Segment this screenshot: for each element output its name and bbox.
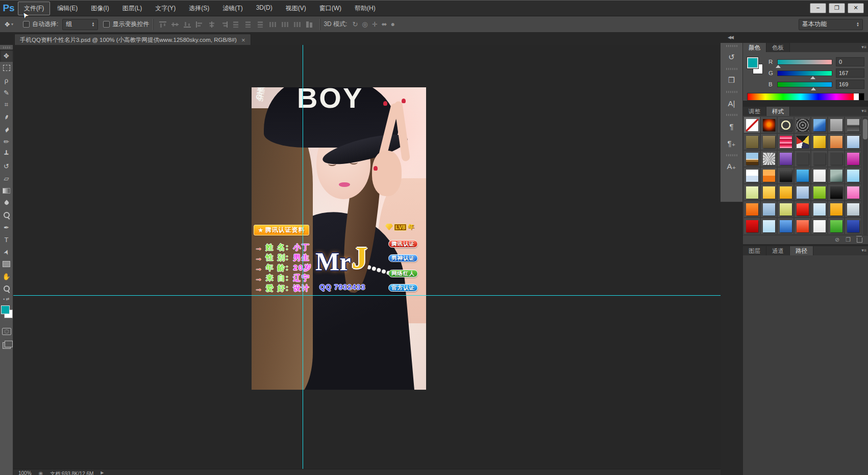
style-swatch-31[interactable] xyxy=(777,184,794,201)
channel-value-input[interactable]: 167 xyxy=(836,68,864,78)
style-swatch-25[interactable] xyxy=(794,167,811,184)
align-bottom-edges-icon[interactable] xyxy=(184,21,191,28)
panel-menu-icon[interactable]: ▾≡ xyxy=(861,44,866,50)
align-vertical-centers-icon[interactable] xyxy=(171,21,179,28)
character-panel-icon[interactable]: A| xyxy=(721,94,743,112)
style-swatch-26[interactable] xyxy=(811,167,828,184)
menu-window[interactable]: 窗口(W) xyxy=(313,2,348,15)
channel-slider-thumb[interactable] xyxy=(810,76,815,79)
black-swatch[interactable] xyxy=(859,93,864,100)
style-swatch-38[interactable] xyxy=(777,201,794,218)
style-swatch-29[interactable] xyxy=(743,184,760,201)
style-swatch-19[interactable] xyxy=(811,150,828,167)
style-swatch-9[interactable] xyxy=(760,133,777,150)
delete-style-icon[interactable] xyxy=(857,238,862,243)
menu-layer[interactable]: 图层(L) xyxy=(116,2,148,15)
align-top-edges-icon[interactable] xyxy=(159,21,166,28)
auto-select-checkbox[interactable] xyxy=(23,21,30,28)
workspace-switcher[interactable]: 基本功能 ▲▼ xyxy=(795,19,863,30)
hand-tool[interactable]: ✋ xyxy=(0,270,13,282)
style-swatch-47[interactable] xyxy=(811,218,828,234)
tab-paths[interactable]: 路径 xyxy=(790,246,813,255)
scrollbar-thumb[interactable] xyxy=(863,119,867,139)
dock-grip[interactable] xyxy=(726,45,737,47)
style-swatch-36[interactable] xyxy=(743,201,760,218)
tab-channels[interactable]: 通道 xyxy=(766,246,790,255)
distribute-horizontal-centers-icon[interactable] xyxy=(282,21,289,28)
align-left-edges-icon[interactable] xyxy=(196,21,203,28)
type-tool[interactable]: T xyxy=(0,233,13,246)
dock-grip[interactable] xyxy=(726,68,737,70)
style-swatch-23[interactable] xyxy=(760,167,777,184)
canvas-area[interactable]: OHSSHOSHIRT: BOY ★ xyxy=(13,45,721,475)
tab-styles[interactable]: 样式 xyxy=(766,107,790,116)
3d-rotate-icon[interactable]: ↻ xyxy=(352,20,358,28)
style-swatch-46[interactable] xyxy=(794,218,811,234)
rectangular-marquee-tool[interactable] xyxy=(0,62,13,74)
style-swatch-13[interactable] xyxy=(828,133,845,150)
style-swatch-21[interactable] xyxy=(845,150,861,167)
move-tool[interactable]: ✥ xyxy=(0,50,13,62)
rainbow-ramp[interactable] xyxy=(748,93,854,100)
tab-layers[interactable]: 图层 xyxy=(743,246,766,255)
style-swatch-16[interactable] xyxy=(760,150,777,167)
style-swatch-5[interactable] xyxy=(811,116,828,133)
style-swatch-32[interactable] xyxy=(794,184,811,201)
channel-slider-thumb[interactable] xyxy=(776,65,781,68)
style-swatch-15[interactable] xyxy=(743,150,760,167)
style-swatch-43[interactable] xyxy=(743,218,760,234)
style-swatch-18[interactable] xyxy=(794,150,811,167)
distribute-left-icon[interactable] xyxy=(269,21,277,28)
status-popup-arrow-icon[interactable]: ▶ xyxy=(101,470,104,475)
auto-align-layers-icon[interactable] xyxy=(306,21,313,28)
style-swatch-7[interactable] xyxy=(845,116,861,133)
gradient-tool[interactable] xyxy=(0,184,13,197)
eyedropper-tool[interactable]: ✒ xyxy=(0,111,13,123)
style-swatch-6[interactable] xyxy=(828,116,845,133)
foreground-color[interactable] xyxy=(1,305,10,314)
vertical-guide[interactable] xyxy=(303,45,303,475)
3d-drag-icon[interactable]: ✛ xyxy=(372,20,378,28)
menu-select[interactable]: 选择(S) xyxy=(183,2,215,15)
dodge-tool[interactable] xyxy=(0,209,13,221)
panel-menu-icon[interactable]: ▾≡ xyxy=(861,108,866,113)
quick-mask-button[interactable] xyxy=(2,328,11,335)
zoom-tool[interactable] xyxy=(0,282,13,295)
brush-tool[interactable]: ✏ xyxy=(0,135,13,148)
style-swatch-22[interactable] xyxy=(743,167,760,184)
style-swatch-8[interactable] xyxy=(743,133,760,150)
clear-style-icon[interactable]: ⊘ xyxy=(835,236,839,243)
distribute-vertical-centers-icon[interactable] xyxy=(245,21,252,28)
channel-slider-track[interactable] xyxy=(777,70,832,76)
show-transform-checkbox[interactable] xyxy=(103,21,110,28)
foreground-color-swatch[interactable] xyxy=(747,57,758,68)
default-colors-icon[interactable]: ▪ ⇄ xyxy=(0,297,13,301)
channel-slider-track[interactable] xyxy=(777,82,832,87)
maximize-button[interactable]: ❐ xyxy=(829,3,845,13)
style-swatch-1[interactable] xyxy=(743,116,760,133)
properties-panel-icon[interactable]: ❒ xyxy=(721,72,743,89)
style-swatch-49[interactable] xyxy=(845,218,861,234)
new-style-icon[interactable]: ❒ xyxy=(846,236,851,243)
style-swatch-17[interactable] xyxy=(777,150,794,167)
current-tool-icon[interactable]: ✥ ▾ xyxy=(0,21,18,28)
style-swatch-24[interactable] xyxy=(777,167,794,184)
style-swatch-10[interactable] xyxy=(777,133,794,150)
quick-selection-tool[interactable]: ✎ xyxy=(0,86,13,99)
minimize-button[interactable]: – xyxy=(810,3,826,13)
style-swatch-11[interactable] xyxy=(794,133,811,150)
menu-type[interactable]: 文字(Y) xyxy=(149,2,182,15)
style-swatch-42[interactable] xyxy=(845,201,861,218)
style-swatch-28[interactable] xyxy=(845,167,861,184)
channel-value-input[interactable]: 169 xyxy=(836,80,864,89)
collapse-dock-icon[interactable]: ◀◀ xyxy=(721,33,868,43)
style-swatch-45[interactable] xyxy=(777,218,794,234)
pen-tool[interactable]: ✒ xyxy=(0,221,13,233)
style-swatch-4[interactable] xyxy=(794,116,811,133)
dock-grip[interactable] xyxy=(726,114,737,116)
close-button[interactable]: ✕ xyxy=(848,3,864,13)
clone-stamp-tool[interactable]: ┻ xyxy=(0,148,13,160)
menu-edit[interactable]: 编辑(E) xyxy=(51,2,84,15)
style-swatch-44[interactable] xyxy=(760,218,777,234)
distribute-top-icon[interactable] xyxy=(233,21,240,28)
